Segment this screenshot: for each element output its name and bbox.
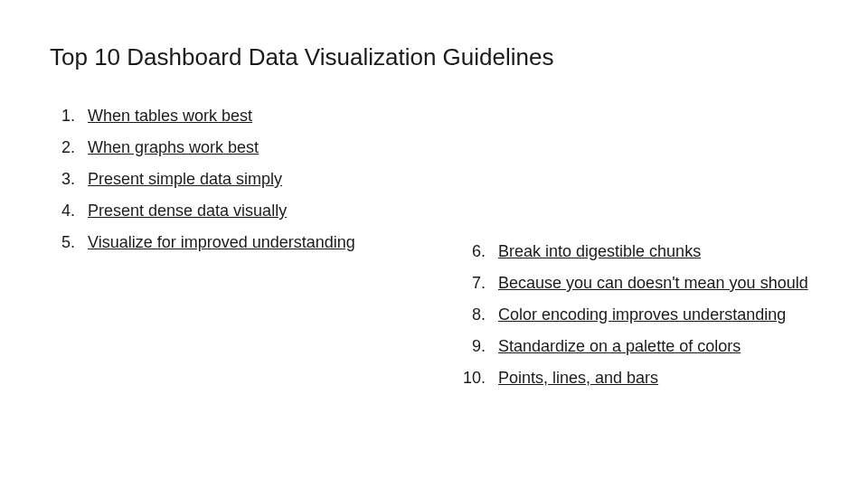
list-number: 5.	[50, 233, 75, 252]
list-number: 2.	[50, 138, 75, 157]
list-item: 2. When graphs work best	[50, 138, 429, 157]
list-item: 7. Because you can doesn't mean you shou…	[457, 274, 845, 293]
list-number: 6.	[457, 242, 486, 261]
guideline-link-simple-data[interactable]: Present simple data simply	[88, 170, 282, 189]
guideline-link-graphs[interactable]: When graphs work best	[88, 138, 259, 157]
list-number: 8.	[457, 305, 486, 324]
guideline-link-chunks[interactable]: Break into digestible chunks	[498, 242, 701, 261]
list-item: 6. Break into digestible chunks	[457, 242, 845, 261]
list-item: 4. Present dense data visually	[50, 202, 429, 221]
list-item: 10. Points, lines, and bars	[457, 369, 845, 388]
list-number: 1.	[50, 107, 75, 126]
left-column: 1. When tables work best 2. When graphs …	[50, 107, 429, 265]
guideline-link-palette[interactable]: Standardize on a palette of colors	[498, 337, 741, 356]
list-item: 3. Present simple data simply	[50, 170, 429, 189]
list-item: 1. When tables work best	[50, 107, 429, 126]
guideline-link-color-encoding[interactable]: Color encoding improves understanding	[498, 305, 786, 324]
page-title: Top 10 Dashboard Data Visualization Guid…	[50, 43, 553, 71]
list-item: 9. Standardize on a palette of colors	[457, 337, 845, 356]
list-item: 5. Visualize for improved understanding	[50, 233, 429, 252]
guideline-link-dense-data[interactable]: Present dense data visually	[88, 202, 287, 221]
list-number: 9.	[457, 337, 486, 356]
right-column: 6. Break into digestible chunks 7. Becau…	[457, 242, 845, 400]
guideline-link-because-you-can[interactable]: Because you can doesn't mean you should	[498, 274, 808, 293]
list-number: 4.	[50, 202, 75, 221]
list-number: 7.	[457, 274, 486, 293]
list-item: 8. Color encoding improves understanding	[457, 305, 845, 324]
guideline-link-tables[interactable]: When tables work best	[88, 107, 252, 126]
guideline-link-points-lines-bars[interactable]: Points, lines, and bars	[498, 369, 658, 388]
guideline-link-visualize[interactable]: Visualize for improved understanding	[88, 233, 355, 252]
list-number: 10.	[457, 369, 486, 388]
list-number: 3.	[50, 170, 75, 189]
